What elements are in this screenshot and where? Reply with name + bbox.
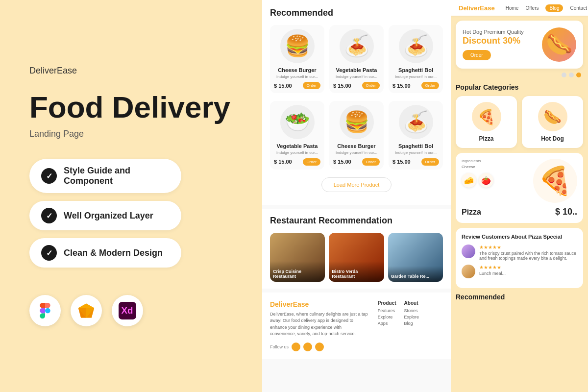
ingredients-label: Ingredients [462,159,493,163]
food-price-1: $ 15.00 [274,83,292,89]
load-more-button[interactable]: Load More Product [321,177,392,192]
pizza-ingredient-2: 🍅 [479,173,493,188]
review-text-1: The crispy crust paired with the rich to… [479,251,577,261]
promo-dot-1[interactable] [562,73,566,77]
middle-panel: Recommended 🍔 Cheese Burger Indulge your… [262,0,451,392]
social-icon-3[interactable] [315,343,324,351]
pizza-price-row: Pizza $ 10.. [462,207,577,217]
recommended-title: Recommended [270,8,443,18]
review-section: Review Customers About Pizza Special ★★★… [456,228,583,288]
feature-text-2: Well Organized Layer [64,211,153,221]
restaurant-card-3[interactable]: Garden Table Re... [388,233,443,282]
pizza-price: $ 10.. [555,207,577,217]
promo-tag: Hot Dog Premium Quality [463,29,537,35]
review-row-2: ★★★★★ Lunch meal... [462,265,577,278]
nav-offers[interactable]: Offers [525,5,539,11]
feature-pill-3: Clean & Modern Design [29,238,181,268]
restaurant-name-3: Garden Table Re... [388,266,443,282]
review-stars-1: ★★★★★ [479,245,577,250]
food-price-5: $ 15.00 [333,159,351,165]
svg-text:Xd: Xd [121,306,133,316]
reviewer-avatar-1 [462,245,475,258]
pizza-detail-left: Ingredients Cheese 🧀 🍅 [462,159,493,188]
xd-svg: Xd [119,302,136,319]
reviewer-avatar-2 [462,265,475,278]
popular-title: Popular Categories [456,83,583,91]
food-card-4: 🥗 Vegetable Pasta Indulge yourself in ou… [270,101,324,169]
nav-blog[interactable]: Blog [545,4,563,12]
review-content-1: ★★★★★ The crispy crust paired with the r… [479,245,577,261]
review-text-2: Lunch meal... [479,271,506,276]
pizza-image-area: 🍕 [533,159,577,203]
food-price-row-6: $ 15.00 Order [392,158,439,166]
category-pizza-name: Pizza [462,135,511,142]
category-pizza-image: 🍕 [472,102,501,131]
food-price-row-1: $ 15.00 Order [274,82,320,89]
food-name-1: Cheese Burger [274,67,320,73]
promo-dot-2[interactable] [569,73,574,77]
footer-col-about: About Stories Explore Blog [404,300,419,351]
footer-brand: DeliverEase [270,300,368,308]
order-button-3[interactable]: Order [421,82,439,89]
category-hotdog[interactable]: 🌭 Hot Dog [522,96,583,148]
middle-scroll[interactable]: Recommended 🍔 Cheese Burger Indulge your… [262,0,451,392]
footer-col-product: Product Features Explore Apps [378,300,396,351]
food-card-6: 🍝 Spaghetti Bol Indulge yourself in our.… [389,101,443,169]
social-icon-1[interactable] [292,343,300,351]
feature-pill-2: Well Organized Layer [29,201,181,230]
category-row: 🍕 Pizza 🌭 Hot Dog [456,96,583,148]
pizza-small-items: 🧀 🍅 [462,173,493,188]
restaurant-grid: Crisp Cuisine Restaurant Bistro Verda Re… [270,233,443,282]
food-desc-2: Indulge yourself in our... [333,74,380,79]
food-card-2: 🍝 Vegetable Pasta Indulge yourself in ou… [329,25,384,93]
food-name-5: Cheese Burger [333,143,380,149]
features-list: Style Guide and Component Well Organized… [29,159,233,275]
promo-dot-3[interactable] [576,73,581,77]
figma-svg [37,303,53,318]
food-image-spag1: 🍝 [399,29,433,63]
xd-icon: Xd [112,295,143,326]
promo-dots [451,69,588,77]
order-button-1[interactable]: Order [303,82,320,89]
recommended-bottom-section: Recommended [451,288,588,310]
footer-col-title-about: About [404,300,419,306]
food-image-burger2: 🍔 [340,105,374,139]
pizza-ingredient-1: 🧀 [462,173,476,188]
food-desc-6: Indulge yourself in our... [392,150,439,155]
brand-name: DeliverEase [29,66,233,76]
food-desc-1: Indulge yourself in our... [274,74,320,79]
order-button-4[interactable]: Order [303,158,320,166]
food-image-veg2: 🥗 [280,105,315,139]
food-card-3: 🍝 Spaghetti Bol Indulge yourself in our.… [389,25,443,93]
recommended-section: Recommended 🍔 Cheese Burger Indulge your… [262,0,451,205]
food-image-spag2: 🍝 [399,105,433,139]
restaurant-card-1[interactable]: Crisp Cuisine Restaurant [270,233,325,282]
promo-food-image: 🌭 [542,27,576,62]
social-icon-2[interactable] [303,343,312,351]
left-panel: DeliverEase Food Delivery Landing Page S… [0,0,262,392]
food-desc-5: Indulge yourself in our... [333,150,380,155]
nav-brand: DeliverEase [459,4,495,12]
food-grid-row2: 🥗 Vegetable Pasta Indulge yourself in ou… [270,101,443,169]
pizza-main-image: 🍕 [533,159,577,203]
food-price-row-2: $ 15.00 Order [333,82,380,89]
nav-home[interactable]: Home [506,5,519,11]
nav-contact[interactable]: Contact [570,5,587,11]
food-name-2: Vegetable Pasta [333,67,380,73]
order-button-5[interactable]: Order [362,158,380,166]
pizza-title: Pizza [462,208,481,217]
review-content-2: ★★★★★ Lunch meal... [479,265,506,276]
food-price-row-5: $ 15.00 Order [333,158,380,166]
nav-bar: DeliverEase Home Offers Blog Contact [451,0,588,16]
promo-order-button[interactable]: Order [463,50,491,60]
food-price-4: $ 15.00 [274,159,292,165]
tool-icons: Xd [29,295,233,326]
restaurant-card-2[interactable]: Bistro Verda Restaurant [329,233,384,282]
order-button-6[interactable]: Order [421,158,439,166]
food-price-3: $ 15.00 [392,83,411,89]
footer-desc: DeliverEase, where culinary delights are… [270,311,368,338]
category-pizza[interactable]: 🍕 Pizza [456,96,517,148]
order-button-2[interactable]: Order [362,82,380,89]
food-name-3: Spaghetti Bol [392,67,439,73]
review-stars-2: ★★★★★ [479,265,506,270]
